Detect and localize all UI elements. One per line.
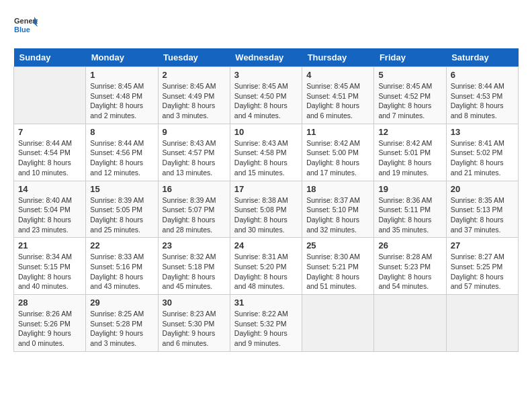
header-tuesday: Tuesday [158,48,230,67]
day-info: Sunrise: 8:45 AMSunset: 4:48 PMDaylight:… [90,81,153,121]
day-cell [374,295,446,352]
day-cell: 22Sunrise: 8:33 AMSunset: 5:16 PMDayligh… [86,238,158,295]
day-cell: 23Sunrise: 8:32 AMSunset: 5:18 PMDayligh… [158,238,230,295]
week-row-3: 14Sunrise: 8:40 AMSunset: 5:04 PMDayligh… [14,181,519,238]
week-row-1: 1Sunrise: 8:45 AMSunset: 4:48 PMDaylight… [14,67,519,124]
day-info: Sunrise: 8:31 AMSunset: 5:20 PMDaylight:… [234,252,298,291]
day-number: 1 [90,70,153,80]
day-number: 11 [306,127,369,137]
day-cell: 17Sunrise: 8:38 AMSunset: 5:08 PMDayligh… [230,181,302,238]
day-info: Sunrise: 8:22 AMSunset: 5:32 PMDaylight:… [234,309,298,349]
day-cell: 1Sunrise: 8:45 AMSunset: 4:48 PMDaylight… [86,67,158,124]
day-cell: 4Sunrise: 8:45 AMSunset: 4:51 PMDaylight… [302,67,374,124]
day-info: Sunrise: 8:35 AMSunset: 5:13 PMDaylight:… [451,195,514,235]
day-number: 15 [90,184,153,194]
day-cell: 29Sunrise: 8:25 AMSunset: 5:28 PMDayligh… [86,295,158,352]
day-info: Sunrise: 8:43 AMSunset: 4:58 PMDaylight:… [234,138,298,178]
day-cell: 8Sunrise: 8:44 AMSunset: 4:56 PMDaylight… [86,124,158,181]
day-info: Sunrise: 8:44 AMSunset: 4:53 PMDaylight:… [451,81,514,121]
day-info: Sunrise: 8:34 AMSunset: 5:15 PMDaylight:… [18,252,81,291]
day-cell: 31Sunrise: 8:22 AMSunset: 5:32 PMDayligh… [230,295,302,352]
day-number: 9 [163,127,226,137]
logo-svg: General Blue [13,13,38,38]
day-info: Sunrise: 8:32 AMSunset: 5:18 PMDaylight:… [163,252,226,291]
day-info: Sunrise: 8:23 AMSunset: 5:30 PMDaylight:… [163,309,226,349]
day-info: Sunrise: 8:44 AMSunset: 4:54 PMDaylight:… [18,138,81,178]
day-cell: 27Sunrise: 8:27 AMSunset: 5:25 PMDayligh… [446,238,518,295]
day-number: 16 [163,184,226,194]
day-cell: 20Sunrise: 8:35 AMSunset: 5:13 PMDayligh… [446,181,518,238]
day-number: 28 [18,298,81,308]
day-number: 3 [234,70,298,80]
day-info: Sunrise: 8:45 AMSunset: 4:52 PMDaylight:… [378,81,441,121]
week-row-4: 21Sunrise: 8:34 AMSunset: 5:15 PMDayligh… [14,238,519,295]
logo: General Blue [13,13,38,38]
day-info: Sunrise: 8:44 AMSunset: 4:56 PMDaylight:… [90,138,153,178]
day-number: 25 [306,240,369,250]
day-info: Sunrise: 8:37 AMSunset: 5:10 PMDaylight:… [306,195,369,235]
day-info: Sunrise: 8:28 AMSunset: 5:23 PMDaylight:… [378,252,441,291]
day-info: Sunrise: 8:26 AMSunset: 5:26 PMDaylight:… [18,309,81,349]
day-cell [302,295,374,352]
day-info: Sunrise: 8:39 AMSunset: 5:07 PMDaylight:… [163,195,226,235]
day-cell: 30Sunrise: 8:23 AMSunset: 5:30 PMDayligh… [158,295,230,352]
day-cell: 12Sunrise: 8:42 AMSunset: 5:01 PMDayligh… [374,124,446,181]
day-number: 14 [18,184,81,194]
day-info: Sunrise: 8:40 AMSunset: 5:04 PMDaylight:… [18,195,81,235]
day-cell: 14Sunrise: 8:40 AMSunset: 5:04 PMDayligh… [14,181,86,238]
day-number: 19 [378,184,441,194]
day-info: Sunrise: 8:42 AMSunset: 5:00 PMDaylight:… [306,138,369,178]
day-number: 23 [163,240,226,250]
header-sunday: Sunday [14,48,86,67]
day-number: 4 [306,70,369,80]
day-cell: 26Sunrise: 8:28 AMSunset: 5:23 PMDayligh… [374,238,446,295]
day-cell: 13Sunrise: 8:41 AMSunset: 5:02 PMDayligh… [446,124,518,181]
day-cell [14,67,86,124]
week-row-2: 7Sunrise: 8:44 AMSunset: 4:54 PMDaylight… [14,124,519,181]
day-info: Sunrise: 8:45 AMSunset: 4:49 PMDaylight:… [163,81,226,121]
calendar-table: SundayMondayTuesdayWednesdayThursdayFrid… [13,48,519,352]
day-info: Sunrise: 8:43 AMSunset: 4:57 PMDaylight:… [163,138,226,178]
day-number: 29 [90,298,153,308]
day-cell: 15Sunrise: 8:39 AMSunset: 5:05 PMDayligh… [86,181,158,238]
day-number: 2 [163,70,226,80]
day-number: 13 [451,127,514,137]
day-cell: 3Sunrise: 8:45 AMSunset: 4:50 PMDaylight… [230,67,302,124]
day-cell: 10Sunrise: 8:43 AMSunset: 4:58 PMDayligh… [230,124,302,181]
day-cell: 9Sunrise: 8:43 AMSunset: 4:57 PMDaylight… [158,124,230,181]
day-info: Sunrise: 8:27 AMSunset: 5:25 PMDaylight:… [451,252,514,291]
day-info: Sunrise: 8:42 AMSunset: 5:01 PMDaylight:… [378,138,441,178]
day-info: Sunrise: 8:38 AMSunset: 5:08 PMDaylight:… [234,195,298,235]
day-cell: 7Sunrise: 8:44 AMSunset: 4:54 PMDaylight… [14,124,86,181]
day-number: 30 [163,298,226,308]
day-number: 17 [234,184,298,194]
day-number: 12 [378,127,441,137]
header-thursday: Thursday [302,48,374,67]
day-number: 22 [90,240,153,250]
header-saturday: Saturday [446,48,518,67]
day-info: Sunrise: 8:36 AMSunset: 5:11 PMDaylight:… [378,195,441,235]
day-info: Sunrise: 8:33 AMSunset: 5:16 PMDaylight:… [90,252,153,291]
day-number: 24 [234,240,298,250]
header-friday: Friday [374,48,446,67]
day-cell: 6Sunrise: 8:44 AMSunset: 4:53 PMDaylight… [446,67,518,124]
day-cell: 18Sunrise: 8:37 AMSunset: 5:10 PMDayligh… [302,181,374,238]
day-cell: 11Sunrise: 8:42 AMSunset: 5:00 PMDayligh… [302,124,374,181]
day-number: 26 [378,240,441,250]
day-number: 27 [451,240,514,250]
day-cell: 5Sunrise: 8:45 AMSunset: 4:52 PMDaylight… [374,67,446,124]
day-info: Sunrise: 8:39 AMSunset: 5:05 PMDaylight:… [90,195,153,235]
day-info: Sunrise: 8:41 AMSunset: 5:02 PMDaylight:… [451,138,514,178]
svg-text:Blue: Blue [14,26,30,34]
header-monday: Monday [86,48,158,67]
day-info: Sunrise: 8:25 AMSunset: 5:28 PMDaylight:… [90,309,153,349]
day-cell: 28Sunrise: 8:26 AMSunset: 5:26 PMDayligh… [14,295,86,352]
day-info: Sunrise: 8:45 AMSunset: 4:50 PMDaylight:… [234,81,298,121]
day-cell [446,295,518,352]
day-number: 18 [306,184,369,194]
day-cell: 24Sunrise: 8:31 AMSunset: 5:20 PMDayligh… [230,238,302,295]
day-cell: 19Sunrise: 8:36 AMSunset: 5:11 PMDayligh… [374,181,446,238]
header-wednesday: Wednesday [230,48,302,67]
day-cell: 21Sunrise: 8:34 AMSunset: 5:15 PMDayligh… [14,238,86,295]
day-cell: 25Sunrise: 8:30 AMSunset: 5:21 PMDayligh… [302,238,374,295]
